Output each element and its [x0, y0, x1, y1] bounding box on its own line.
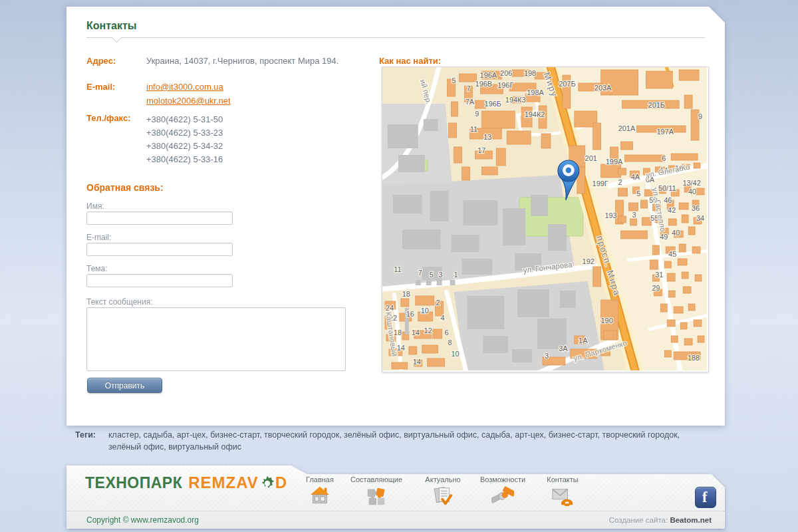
email-link-2[interactable]: molotok2006@ukr.net [146, 96, 231, 106]
svg-text:5: 5 [636, 190, 640, 198]
email-label: E-mail: [86, 82, 146, 92]
nav-item-contacts[interactable]: Контакты [526, 475, 599, 510]
svg-text:196Б: 196Б [485, 100, 501, 108]
name-label: Имя: [86, 201, 104, 211]
svg-text:206: 206 [500, 69, 512, 77]
svg-text:188: 188 [688, 354, 700, 362]
svg-text:2: 2 [436, 299, 440, 307]
subject-field[interactable] [86, 274, 233, 287]
message-label: Текст сообщения: [86, 297, 152, 307]
svg-text:9: 9 [698, 112, 702, 120]
svg-text:193: 193 [604, 211, 616, 219]
svg-text:3: 3 [632, 211, 636, 219]
submit-button[interactable]: Отправить [87, 378, 162, 393]
map-canvas[interactable]: 577А9111317196А206198196В196Г198А196Б194… [382, 66, 709, 372]
map-image: 577А9111317196А206198196В196Г198А196Б194… [382, 67, 707, 370]
svg-text:18: 18 [402, 290, 410, 298]
svg-text:201А: 201А [618, 124, 636, 132]
svg-text:190: 190 [600, 317, 612, 325]
facebook-button[interactable]: f [695, 487, 716, 508]
address-label: Адрес: [86, 56, 146, 66]
email-field[interactable] [86, 243, 233, 256]
svg-text:192: 192 [583, 257, 595, 265]
email-link-1[interactable]: info@it3000.com.ua [146, 82, 231, 92]
gear-icon [259, 475, 276, 492]
svg-text:194К2: 194К2 [525, 110, 545, 118]
svg-text:9: 9 [475, 110, 479, 118]
contacts-page: Контакты Адрес: Украина, 14037, г.Черниг… [0, 0, 798, 532]
svg-text:198: 198 [524, 69, 536, 77]
svg-text:196Г: 196Г [497, 81, 513, 89]
form-email-label: E-mail: [86, 233, 111, 242]
message-field[interactable] [86, 307, 346, 371]
svg-text:12: 12 [424, 327, 432, 334]
svg-text:10: 10 [451, 350, 459, 358]
home-icon [309, 485, 331, 507]
tags-text: кластер, садыба, арт-цех, бизнес-старт, … [108, 429, 712, 453]
svg-text:13: 13 [483, 133, 491, 141]
svg-text:203А: 203А [595, 84, 612, 92]
phone-3: +380(4622) 5-34-32 [146, 140, 223, 153]
email-links: info@it3000.com.ua molotok2006@ukr.net [146, 82, 231, 110]
svg-text:29: 29 [652, 284, 660, 292]
svg-text:196В: 196В [475, 80, 493, 88]
svg-text:7: 7 [466, 84, 470, 92]
svg-text:45: 45 [668, 250, 676, 258]
svg-text:196А: 196А [480, 71, 497, 79]
svg-text:17: 17 [477, 146, 485, 154]
svg-text:10: 10 [421, 307, 429, 315]
content-card: Контакты Адрес: Украина, 14037, г.Черниг… [66, 7, 725, 426]
svg-text:46: 46 [664, 196, 672, 204]
svg-text:3: 3 [439, 271, 443, 279]
svg-text:5: 5 [452, 76, 456, 84]
svg-text:4А: 4А [631, 173, 640, 181]
svg-text:42: 42 [668, 206, 676, 214]
handshake-icon [491, 485, 514, 507]
title-divider [86, 37, 705, 38]
credits-link[interactable]: Beatom.net [670, 516, 712, 524]
svg-text:1А: 1А [579, 336, 588, 344]
svg-text:207Б: 207Б [559, 80, 575, 88]
svg-text:11: 11 [470, 125, 477, 133]
svg-text:40: 40 [672, 229, 680, 237]
svg-text:11: 11 [394, 265, 401, 273]
svg-text:6: 6 [662, 154, 666, 162]
logo-technopark-text: ТЕХНОПАРК [85, 474, 182, 492]
phone-4: +380(4622) 5-33-16 [146, 153, 223, 166]
svg-text:13/42: 13/42 [682, 179, 700, 187]
map-title: Как нас найти: [379, 56, 441, 66]
svg-text:3: 3 [545, 352, 549, 360]
tags-block: Теги: кластер, садыба, арт-цех, бизнес-с… [75, 429, 712, 453]
svg-text:14: 14 [413, 358, 421, 366]
svg-text:5: 5 [430, 271, 434, 279]
svg-text:40: 40 [688, 188, 696, 196]
svg-text:50/11: 50/11 [658, 184, 676, 192]
nav-item-components[interactable]: Составляющие [340, 475, 413, 510]
address-value: Украина, 14037, г.Чернигов, проспект Мир… [146, 56, 372, 66]
svg-text:1: 1 [454, 271, 458, 279]
svg-text:49: 49 [660, 233, 668, 241]
svg-text:36: 36 [692, 204, 700, 212]
svg-text:6: 6 [445, 329, 449, 336]
svg-text:7А: 7А [466, 98, 475, 106]
puzzle-icon [365, 485, 388, 507]
phone-1: +380(4622) 5-31-50 [146, 113, 223, 126]
svg-text:34: 34 [696, 214, 704, 222]
svg-text:4: 4 [441, 314, 445, 322]
svg-text:199Г: 199Г [593, 180, 608, 188]
site-logo[interactable]: ТЕХНОПАРК REMZAV D [85, 473, 287, 492]
name-field[interactable] [86, 211, 233, 225]
svg-text:2: 2 [618, 178, 622, 186]
credits-label: Создание сайта: [609, 516, 668, 524]
logo-remzavod-text: REMZAV [188, 473, 259, 492]
svg-text:31: 31 [655, 271, 663, 279]
mail-phone-icon [551, 485, 574, 507]
svg-text:14: 14 [412, 329, 420, 336]
tags-label: Теги: [75, 429, 108, 453]
svg-text:199А: 199А [606, 158, 623, 166]
svg-text:194К3: 194К3 [505, 96, 526, 104]
svg-text:197А: 197А [656, 128, 674, 136]
svg-text:24: 24 [386, 304, 394, 312]
phone-2: +380(4622) 5-33-23 [146, 126, 223, 140]
credits: Создание сайта: Beatom.net [609, 511, 712, 529]
